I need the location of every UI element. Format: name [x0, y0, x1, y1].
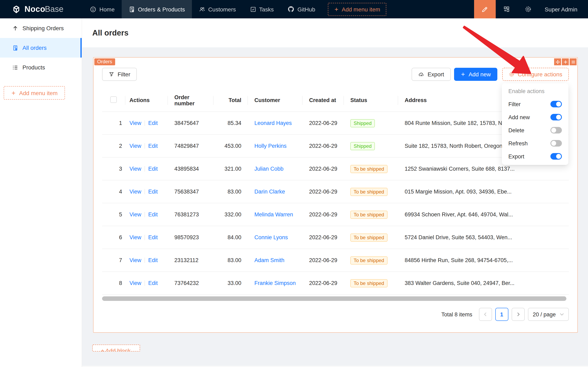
refresh-toggle[interactable]	[550, 140, 562, 147]
edit-link[interactable]: Edit	[148, 257, 158, 263]
menu-item-delete[interactable]: Delete	[502, 124, 568, 137]
plugins-button[interactable]	[496, 0, 517, 18]
row-index: 3	[102, 157, 125, 180]
settings-button[interactable]	[517, 0, 539, 18]
add-new-toggle[interactable]	[550, 114, 562, 120]
menu-item-add-new[interactable]: Add new	[502, 111, 568, 124]
arrow-up-icon	[12, 25, 18, 31]
main-content: All orders Orders Filter	[82, 18, 588, 367]
customer-link[interactable]: Frankie Simpson	[254, 280, 296, 286]
view-link[interactable]: View	[129, 166, 141, 172]
row-index: 7	[102, 249, 125, 272]
divider	[144, 280, 145, 286]
pagination-total: Total 8 items	[441, 311, 472, 317]
export-button[interactable]: Export	[412, 68, 451, 81]
divider	[144, 120, 145, 126]
menu-item-filter[interactable]: Filter	[502, 98, 568, 111]
previous-page-button[interactable]	[479, 308, 492, 321]
export-toggle[interactable]	[550, 153, 562, 160]
cell-address: 015 Margie Mission, Apt. 093, 34936, Ebe…	[405, 189, 523, 195]
nav-item-label: Customers	[208, 6, 236, 12]
column-header-order-number: Order number	[168, 89, 214, 112]
customer-link[interactable]: Melinda Warren	[254, 211, 293, 217]
view-link[interactable]: View	[129, 120, 141, 126]
logo-text-bold: Noco	[25, 5, 45, 14]
customer-link[interactable]: Julian Cobb	[254, 166, 284, 172]
nav-add-label: Add menu item	[342, 6, 380, 12]
customer-link[interactable]: Connie Lyons	[254, 234, 288, 241]
status-badge: To be shipped	[350, 279, 387, 287]
edit-link[interactable]: Edit	[148, 211, 158, 217]
menu-item-export[interactable]: Export	[502, 150, 568, 163]
smile-icon	[90, 6, 97, 12]
table-row: 5 ViewEdit 76381273 332.00 Melinda Warre…	[102, 203, 569, 226]
nocobase-logo[interactable]: NocoBase	[0, 4, 72, 14]
column-header-created-at: Created at	[302, 89, 344, 112]
view-link[interactable]: View	[129, 143, 141, 149]
nav-item-label: Home	[100, 6, 115, 12]
edit-link[interactable]: Edit	[148, 234, 158, 241]
delete-toggle[interactable]	[550, 127, 562, 133]
logo-text-light: Base	[45, 5, 64, 14]
nav-item-github[interactable]: GitHub	[281, 0, 322, 18]
add-block-icon[interactable]	[562, 58, 569, 65]
filter-button[interactable]: Filter	[102, 68, 137, 81]
page-number-1[interactable]: 1	[495, 308, 508, 321]
customer-link[interactable]: Adam Smith	[254, 257, 284, 263]
nav-add-menu-item-button[interactable]: Add menu item	[328, 3, 386, 16]
edit-link[interactable]: Edit	[148, 280, 158, 286]
edit-link[interactable]: Edit	[148, 143, 158, 149]
customer-link[interactable]: Holly Perkins	[254, 143, 287, 149]
page-size-select[interactable]: 20 / page	[528, 308, 569, 321]
page-title: All orders	[92, 28, 128, 37]
cell-order-number: 75638347	[168, 180, 214, 203]
view-link[interactable]: View	[129, 189, 141, 195]
user-menu[interactable]: Super Admin	[539, 6, 588, 12]
cell-total: 83.00	[214, 249, 248, 272]
view-link[interactable]: View	[129, 234, 141, 241]
edit-link[interactable]: Edit	[148, 166, 158, 172]
sidebar-add-label: Add menu item	[19, 90, 58, 96]
pagination: Total 8 items 1 20 / page	[102, 308, 569, 321]
add-new-button[interactable]: Add new	[454, 68, 497, 81]
plus-icon	[460, 72, 465, 77]
view-link[interactable]: View	[129, 280, 141, 286]
customer-link[interactable]: Darin Clarke	[254, 189, 285, 195]
sidebar-item-shipping-orders[interactable]: Shipping Orders	[0, 18, 82, 38]
chevron-left-icon	[483, 312, 487, 316]
drag-handle-icon[interactable]	[554, 58, 561, 65]
divider	[144, 258, 145, 263]
row-index: 6	[102, 226, 125, 249]
view-link[interactable]: View	[129, 257, 141, 263]
edit-link[interactable]: Edit	[148, 189, 158, 195]
view-link[interactable]: View	[129, 211, 141, 217]
sidebar-item-products[interactable]: Products	[0, 58, 82, 77]
cell-address: 69934 Schoen River, Apt. 646, 49704, Wal…	[405, 211, 523, 217]
cell-address: 84856 Hirthe Run, Suite 268, 94754-6705,…	[405, 257, 523, 263]
row-index: 2	[102, 134, 125, 157]
status-badge: To be shipped	[350, 188, 387, 196]
sidebar-item-all-orders[interactable]: All orders	[0, 38, 82, 58]
cell-created-at: 2022-06-29	[302, 249, 344, 272]
configure-actions-button[interactable]: Configure actions	[502, 68, 569, 81]
sidebar-add-menu-item-button[interactable]: Add menu item	[4, 86, 65, 100]
nav-item-orders-products[interactable]: Orders & Products	[122, 0, 192, 18]
select-all-checkbox[interactable]	[110, 96, 117, 103]
cell-order-number: 74829847	[168, 134, 214, 157]
ui-editor-button[interactable]	[474, 0, 496, 18]
customer-link[interactable]: Leonard Hayes	[254, 120, 292, 126]
next-page-button[interactable]	[512, 308, 524, 321]
menu-item-refresh[interactable]: Refresh	[502, 137, 568, 150]
table-row: 7 ViewEdit 23132112 83.00 Adam Smith 202…	[102, 249, 569, 272]
page-size-value: 20 / page	[533, 311, 556, 317]
block-menu-icon[interactable]	[570, 58, 577, 65]
nav-item-tasks[interactable]: Tasks	[243, 0, 281, 18]
add-new-label: Add new	[469, 71, 491, 78]
filter-toggle[interactable]	[550, 101, 562, 107]
nav-item-customers[interactable]: Customers	[192, 0, 243, 18]
add-block-button[interactable]: + Add block	[92, 344, 140, 351]
horizontal-scrollbar[interactable]	[102, 296, 566, 301]
edit-link[interactable]: Edit	[148, 120, 158, 126]
nav-item-home[interactable]: Home	[83, 0, 122, 18]
cell-total: 85.34	[214, 112, 248, 134]
